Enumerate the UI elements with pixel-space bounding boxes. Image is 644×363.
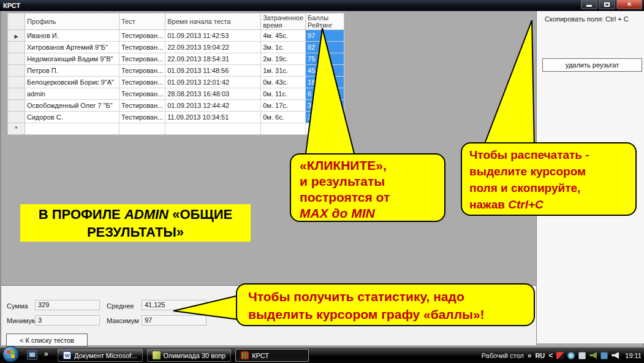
language-indicator[interactable]: RU <box>535 352 545 359</box>
score-cell[interactable]: 75 <box>306 53 344 65</box>
test-cell[interactable]: Тестирован... <box>119 42 165 53</box>
start-time-cell[interactable] <box>165 123 261 135</box>
row-marker-cell[interactable] <box>8 88 25 100</box>
elapsed-cell[interactable]: 0м. 6с. <box>261 112 306 123</box>
table-row[interactable]: Петров П.Тестирован...01.09.2013 11:48:5… <box>8 65 344 77</box>
table-row[interactable]: adminТестирован...28.08.2013 16:48:030м.… <box>8 88 344 100</box>
column-header-start-time[interactable]: Время начала теста <box>165 13 261 30</box>
profile-cell[interactable]: admin <box>25 88 119 100</box>
clock[interactable]: 19:11 <box>625 352 642 359</box>
start-time-cell[interactable]: 01.09.2013 12:44:42 <box>165 100 261 112</box>
profile-cell[interactable]: Недомогающий Вадим 9"В" <box>25 53 119 65</box>
column-header-marker <box>8 13 25 30</box>
profile-cell[interactable]: Иванов И. <box>25 30 119 42</box>
network-globe-icon[interactable] <box>567 352 575 359</box>
close-button[interactable]: ✕ <box>616 0 642 9</box>
table-row[interactable]: Освобожденный Олег 7 "Б"Тестирован...01.… <box>8 100 344 112</box>
test-cell[interactable]: Тестирован... <box>119 30 165 42</box>
display-icon[interactable] <box>578 352 586 359</box>
avg-field[interactable]: 41,125 <box>142 300 206 310</box>
desktop-toolbar-label[interactable]: Рабочий стол <box>482 352 524 359</box>
tray-expand-arrow[interactable]: < <box>548 351 553 360</box>
table-row[interactable]: * <box>8 123 344 135</box>
kaspersky-icon[interactable] <box>556 352 564 359</box>
row-marker-cell[interactable] <box>8 42 25 53</box>
volume-icon[interactable] <box>612 352 619 359</box>
back-to-tests-button[interactable]: < К списку тестов <box>6 334 88 346</box>
table-row[interactable]: ▶Иванов И.Тестирован...01.09.2013 11:42:… <box>8 30 344 42</box>
test-cell[interactable]: Тестирован... <box>119 77 165 88</box>
column-header-profile[interactable]: Профиль <box>25 13 119 30</box>
delete-result-button[interactable]: удалить реузьтат <box>542 58 642 72</box>
results-table[interactable]: Профиль Тест Время начала теста Затрачен… <box>7 13 344 135</box>
start-time-cell[interactable]: 28.08.2013 16:48:03 <box>165 88 261 100</box>
test-cell[interactable]: Тестирован... <box>119 53 165 65</box>
profile-cell[interactable]: Хитрованов Артемий 9"Б" <box>25 42 119 53</box>
desktop-toolbar-chevron[interactable]: » <box>528 351 532 360</box>
row-marker-cell[interactable] <box>8 77 25 88</box>
elapsed-cell[interactable]: 3м. 1с. <box>261 42 306 53</box>
test-cell[interactable]: Тестирован... <box>119 65 165 77</box>
start-time-cell[interactable]: 11.09.2013 10:34:51 <box>165 112 261 123</box>
elapsed-cell[interactable]: 4м. 45с. <box>261 30 306 42</box>
column-header-elapsed[interactable]: Затраченное время <box>261 13 306 30</box>
sum-field[interactable]: 329 <box>35 300 100 310</box>
max-label: Максимум <box>107 317 139 324</box>
test-cell[interactable]: Тестирован... <box>119 88 165 100</box>
start-button[interactable] <box>2 346 19 362</box>
test-cell[interactable]: Тестирован... <box>119 100 165 112</box>
start-time-cell[interactable]: 01.09.2013 11:48:56 <box>165 65 261 77</box>
table-row[interactable]: Хитрованов Артемий 9"Б"Тестирован...22.0… <box>8 42 344 53</box>
column-header-test[interactable]: Тест <box>119 13 165 30</box>
elapsed-cell[interactable]: 1м. 31с. <box>261 65 306 77</box>
profile-cell[interactable]: Освобожденный Олег 7 "Б" <box>25 100 119 112</box>
row-marker-cell[interactable]: ▶ <box>8 30 25 42</box>
max-field[interactable]: 97 <box>142 315 206 326</box>
start-time-cell[interactable]: 01.09.2013 12:01:42 <box>165 77 261 88</box>
title-bar[interactable]: КРСТ ✕ <box>0 0 644 11</box>
elapsed-cell[interactable]: 2м. 19с. <box>261 53 306 65</box>
row-marker-cell[interactable]: * <box>8 123 25 135</box>
row-marker-cell[interactable] <box>8 53 25 65</box>
audio-device-icon[interactable] <box>589 352 597 359</box>
row-marker-cell[interactable] <box>8 112 25 123</box>
min-field[interactable]: 3 <box>35 315 100 326</box>
quick-launch-chevron[interactable]: » <box>44 350 48 358</box>
score-cell[interactable]: 82 <box>306 42 344 53</box>
elapsed-cell[interactable]: 0м. 43с. <box>261 77 306 88</box>
test-cell[interactable]: Тестирован... <box>119 112 165 123</box>
column-header-score[interactable]: Баллы Рейтинг <box>306 13 344 30</box>
profile-cell[interactable]: Сидоров С. <box>25 112 119 123</box>
taskbar-item[interactable]: КРСТ <box>235 349 309 362</box>
row-marker-cell[interactable] <box>8 65 25 77</box>
score-cell[interactable]: 97 <box>306 30 344 42</box>
start-time-cell[interactable]: 22.09.2013 18:54:31 <box>165 53 261 65</box>
score-cell[interactable]: 45 <box>306 65 344 77</box>
test-cell[interactable] <box>119 123 165 135</box>
table-row[interactable]: Недомогающий Вадим 9"В"Тестирован...22.0… <box>8 53 344 65</box>
minimize-icon <box>586 5 592 7</box>
score-cell[interactable]: 3 <box>306 100 344 112</box>
minimize-button[interactable] <box>581 0 597 9</box>
taskbar-item[interactable]: WДокумент Microsof... <box>58 349 143 362</box>
taskbar-item[interactable]: Олимпиада 30 вопр <box>147 349 232 362</box>
score-cell[interactable]: 3 <box>306 112 344 123</box>
elapsed-cell[interactable]: 0м. 17с. <box>261 100 306 112</box>
score-cell[interactable] <box>306 123 344 135</box>
quick-launch-icon[interactable] <box>27 350 37 360</box>
profile-cell[interactable] <box>25 123 119 135</box>
maximize-button[interactable] <box>599 0 615 9</box>
start-time-cell[interactable]: 22.09.2013 19:04:22 <box>165 42 261 53</box>
score-cell[interactable]: 6 <box>306 88 344 100</box>
window-title: КРСТ <box>3 2 20 9</box>
table-row[interactable]: Сидоров С.Тестирован...11.09.2013 10:34:… <box>8 112 344 123</box>
network-computer-icon[interactable] <box>600 352 608 359</box>
start-time-cell[interactable]: 01.09.2013 11:42:53 <box>165 30 261 42</box>
profile-cell[interactable]: Белоцерковский Борис 9"А" <box>25 77 119 88</box>
elapsed-cell[interactable]: 0м. 11с. <box>261 88 306 100</box>
row-marker-cell[interactable] <box>8 100 25 112</box>
elapsed-cell[interactable] <box>261 123 306 135</box>
table-row[interactable]: Белоцерковский Борис 9"А"Тестирован...01… <box>8 77 344 88</box>
score-cell[interactable]: 18 <box>306 77 344 88</box>
profile-cell[interactable]: Петров П. <box>25 65 119 77</box>
